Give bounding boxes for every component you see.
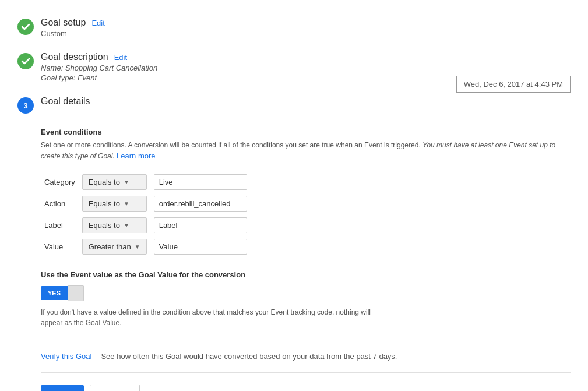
condition-row-value: Value Greater than ▼ [41, 236, 251, 258]
value-label: Value [41, 236, 79, 258]
value-value-input[interactable] [154, 239, 247, 255]
label-value-input[interactable] [154, 217, 247, 233]
step2-icon [17, 53, 34, 69]
goal-description-edit[interactable]: Edit [114, 53, 127, 62]
toggle-label: Use the Event value as the Goal Value fo… [41, 270, 571, 279]
conditions-table: Category Equals to ▼ Action [41, 171, 251, 258]
step3-icon: 3 [17, 97, 34, 114]
toggle-section: Use the Event value as the Goal Value fo… [41, 270, 571, 328]
category-label: Category [41, 171, 79, 193]
toggle-note: If you don't have a value defined in the… [41, 307, 390, 328]
goal-description-type: Goal type: Event [41, 73, 571, 82]
verify-desc: See how often this Goal would have conve… [101, 352, 397, 361]
toggle-wrapper: YES [41, 285, 571, 301]
goal-setup-sub: Custom [41, 29, 571, 38]
toggle-slider[interactable] [68, 285, 84, 301]
step1-icon [17, 19, 34, 35]
condition-row-category: Category Equals to ▼ [41, 171, 251, 193]
goal-setup-title: Goal setup [41, 17, 86, 28]
condition-row-action: Action Equals to ▼ [41, 193, 251, 214]
action-label: Action [41, 193, 79, 214]
event-conditions-desc: Set one or more conditions. A conversion… [41, 140, 571, 162]
condition-row-label: Label Equals to ▼ [41, 214, 251, 236]
action-value-input[interactable] [154, 196, 247, 212]
goal-description-name: Name: Shopping Cart Cancellation [41, 64, 571, 72]
chevron-down-icon: ▼ [124, 222, 129, 228]
chevron-down-icon: ▼ [124, 179, 129, 185]
cancel-button[interactable]: Cancel [90, 385, 140, 392]
learn-more-link[interactable]: Learn more [117, 152, 155, 160]
action-buttons: Save Cancel [41, 385, 571, 392]
verify-goal-link[interactable]: Verify this Goal [41, 352, 91, 361]
goal-setup-edit[interactable]: Edit [91, 19, 104, 27]
chevron-down-icon: ▼ [124, 200, 129, 207]
save-button[interactable]: Save [41, 385, 84, 392]
chevron-down-icon: ▼ [135, 244, 140, 250]
label-label: Label [41, 214, 79, 236]
event-conditions-title: Event conditions [41, 128, 571, 136]
category-value-input[interactable] [154, 174, 247, 190]
label-condition-select[interactable]: Equals to ▼ [82, 217, 147, 233]
action-condition-select[interactable]: Equals to ▼ [82, 196, 147, 212]
value-condition-select[interactable]: Greater than ▼ [82, 239, 147, 255]
toggle-yes-button[interactable]: YES [41, 286, 68, 300]
goal-description-title: Goal description [41, 52, 108, 62]
verify-section: Verify this Goal See how often this Goal… [41, 352, 571, 361]
category-condition-select[interactable]: Equals to ▼ [82, 174, 147, 190]
goal-details-title: Goal details [41, 96, 90, 107]
